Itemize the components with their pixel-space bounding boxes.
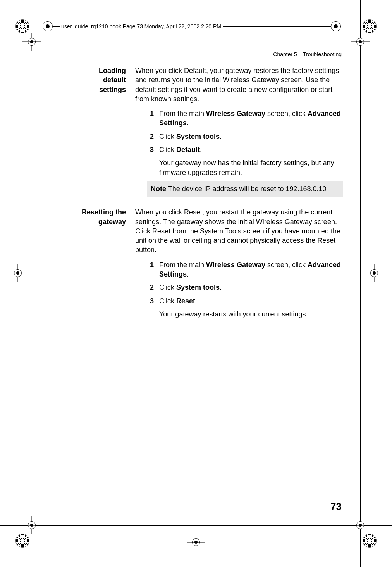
registration-mark-icon [22, 33, 41, 51]
note-box: Note The device IP address will be reset… [147, 181, 343, 197]
corner-mark-icon [15, 19, 29, 33]
step-text: From the main Wireless Gateway screen, c… [159, 260, 343, 279]
section-resetting-gateway: Resetting the gateway When you click Res… [76, 207, 343, 323]
step-number: 3 [147, 296, 154, 306]
corner-mark-icon [15, 534, 29, 548]
corner-mark-icon [363, 534, 377, 548]
corner-mark-icon [363, 19, 377, 33]
section-loading-default: Loading default settings When you click … [76, 66, 343, 197]
header-line [223, 26, 331, 27]
list-item: 1 From the main Wireless Gateway screen,… [147, 109, 343, 128]
list-item: 3 Click Default. [147, 145, 343, 154]
side-heading: Resetting the gateway [76, 207, 126, 323]
step-text: Click System tools. [159, 132, 343, 141]
print-header-bar: user_guide_rg1210.book Page 73 Monday, A… [43, 19, 341, 33]
list-item: 2 Click System tools. [147, 283, 343, 292]
header-line [53, 26, 60, 27]
print-header-filename: user_guide_rg1210.book Page 73 Monday, A… [60, 23, 223, 29]
intro-paragraph: When you click Reset, you restart the ga… [135, 207, 343, 254]
after-steps-text: Your gateway restarts with your current … [159, 309, 343, 319]
page-number: 73 [330, 501, 342, 513]
registration-mark-icon [351, 516, 370, 534]
after-steps-text: Your gateway now has the initial factory… [159, 158, 343, 177]
list-item: 1 From the main Wireless Gateway screen,… [147, 260, 343, 279]
registration-ring-icon [43, 21, 53, 31]
registration-mark-icon [351, 33, 370, 51]
page-footer-rule [74, 498, 342, 498]
crop-line-left [32, 0, 32, 567]
heading-text: Resetting the gateway [82, 208, 126, 225]
step-text: From the main Wireless Gateway screen, c… [159, 109, 343, 128]
section-body: When you click Reset, you restart the ga… [135, 207, 343, 323]
registration-mark-icon [365, 264, 383, 282]
step-number: 1 [147, 260, 154, 279]
registration-mark-icon [9, 264, 27, 282]
side-heading: Loading default settings [76, 66, 126, 197]
step-number: 3 [147, 145, 154, 154]
step-number: 2 [147, 283, 154, 292]
step-text: Click Default. [159, 145, 343, 154]
chapter-header: Chapter 5 – Troubleshooting [273, 51, 342, 57]
registration-mark-icon [187, 533, 205, 551]
step-number: 1 [147, 109, 154, 128]
step-text: Click Reset. [159, 296, 343, 306]
registration-mark-icon [22, 516, 41, 534]
ordered-list: 1 From the main Wireless Gateway screen,… [135, 260, 343, 319]
list-item: 2 Click System tools. [147, 132, 343, 141]
page-content: Loading default settings When you click … [76, 66, 343, 334]
step-text: Click System tools. [159, 283, 343, 292]
section-body: When you click Default, your gateway res… [135, 66, 343, 197]
crop-line-right [360, 0, 361, 567]
heading-text: Loading default settings [99, 67, 126, 93]
note-label: Note [151, 185, 166, 193]
crop-line-top [0, 42, 392, 42]
list-item: 3 Click Reset. [147, 296, 343, 306]
crop-line-bottom [0, 525, 392, 526]
note-body: The device IP address will be reset to 1… [166, 185, 327, 193]
registration-ring-icon [331, 21, 341, 31]
ordered-list: 1 From the main Wireless Gateway screen,… [135, 109, 343, 177]
step-number: 2 [147, 132, 154, 141]
intro-paragraph: When you click Default, your gateway res… [135, 66, 343, 104]
